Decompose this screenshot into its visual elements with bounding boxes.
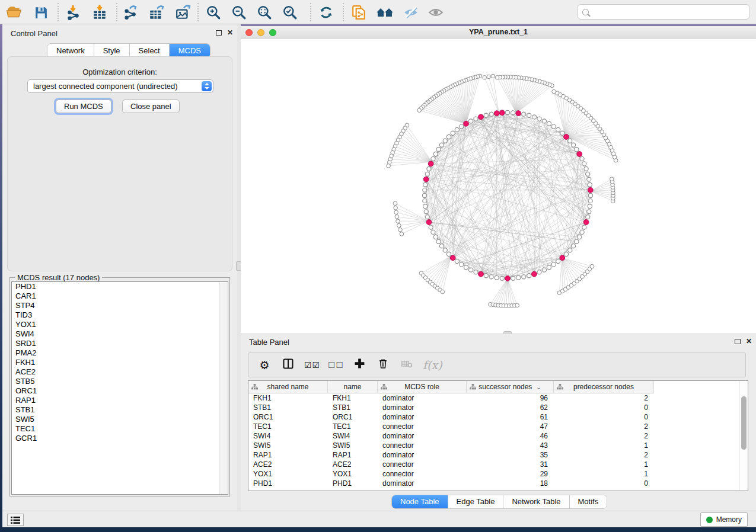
open-file-icon[interactable] [5, 4, 23, 21]
ring-node[interactable] [433, 152, 438, 156]
ring-node[interactable] [436, 239, 441, 243]
satellite-node[interactable] [495, 75, 499, 79]
satellite-node[interactable] [387, 164, 391, 168]
mcds-result-item[interactable]: ORC1 [12, 386, 228, 396]
table-row[interactable]: PHD1PHD1dominator180 [248, 479, 739, 488]
close-panel-button[interactable]: Close panel [122, 100, 180, 113]
import-table-icon[interactable] [91, 4, 109, 21]
close-panel-icon[interactable]: ✕ [227, 30, 233, 36]
ring-node[interactable] [468, 268, 473, 272]
task-history-button[interactable] [7, 514, 24, 526]
satellite-node[interactable] [394, 206, 398, 210]
mcds-hub-node[interactable] [577, 152, 582, 157]
mcds-hub-node[interactable] [516, 111, 521, 116]
satellite-node[interactable] [400, 232, 404, 236]
ring-node[interactable] [547, 265, 551, 270]
ring-node[interactable] [542, 119, 546, 123]
ring-node[interactable] [423, 199, 427, 203]
ring-node[interactable] [571, 244, 575, 248]
mcds-result-item[interactable]: PHD1 [12, 282, 228, 291]
mcds-hub-node[interactable] [532, 271, 537, 277]
ring-node[interactable] [580, 230, 584, 234]
ring-node[interactable] [564, 252, 568, 256]
ring-node[interactable] [560, 131, 564, 135]
ring-node[interactable] [451, 131, 455, 135]
ring-node[interactable] [433, 235, 438, 239]
run-mcds-button[interactable]: Run MCDS [56, 100, 111, 113]
satellite-node[interactable] [590, 264, 594, 268]
ring-node[interactable] [582, 162, 586, 166]
ring-node[interactable] [527, 274, 531, 278]
satellite-node[interactable] [483, 75, 487, 79]
ring-node[interactable] [587, 210, 591, 214]
first-neighbors-icon[interactable] [376, 4, 394, 21]
mcds-hub-node[interactable] [588, 187, 593, 193]
mcds-hub-node[interactable] [505, 276, 511, 281]
mcds-result-item[interactable]: GCR1 [12, 434, 228, 443]
mcds-hub-node[interactable] [450, 255, 455, 261]
ring-node[interactable] [542, 268, 546, 272]
table-row[interactable]: YOX1YOX1connector291 [248, 469, 739, 479]
column-header-predecessor-nodes[interactable]: predecessor nodes [554, 381, 654, 393]
add-column-icon[interactable] [352, 358, 367, 372]
mcds-result-item[interactable]: SWI5 [12, 415, 228, 424]
table-row[interactable]: ACE2ACE2connector311 [248, 460, 739, 469]
table-row[interactable]: TEC1TEC1connector472 [248, 422, 739, 431]
ring-node[interactable] [455, 127, 459, 132]
ring-node[interactable] [551, 262, 556, 267]
search-input[interactable] [592, 6, 749, 18]
network-window-titlebar[interactable]: YPA_prune.txt_1 [241, 26, 756, 39]
zoom-out-icon[interactable] [230, 4, 248, 21]
ring-node[interactable] [556, 127, 560, 132]
deselect-all-checkboxes-icon[interactable]: ☐☐ [328, 360, 343, 370]
save-icon[interactable] [32, 4, 50, 21]
table-row[interactable]: RAP1RAP1dominator352 [248, 450, 739, 460]
table-scrollbar[interactable] [739, 381, 748, 491]
mcds-result-item[interactable]: FKH1 [12, 358, 228, 367]
float-panel-icon[interactable] [216, 30, 222, 36]
ring-node[interactable] [443, 139, 447, 143]
ring-node[interactable] [446, 252, 451, 256]
ring-node[interactable] [484, 113, 488, 117]
mcds-hub-node[interactable] [428, 161, 433, 166]
table-row[interactable]: STB1STB1dominator620 [248, 403, 739, 412]
mcds-result-list[interactable]: PHD1CAR1STP4TID3YOX1SWI4SRD1PMA2FKH1ACE2… [11, 281, 228, 495]
hide-selected-icon[interactable] [402, 4, 420, 21]
ring-node[interactable] [460, 262, 464, 267]
ring-node[interactable] [571, 143, 575, 147]
ring-node[interactable] [439, 244, 444, 248]
show-all-icon[interactable] [427, 4, 445, 21]
satellite-node[interactable] [417, 108, 422, 113]
ring-node[interactable] [500, 276, 504, 280]
ring-node[interactable] [588, 193, 592, 197]
ring-node[interactable] [489, 275, 493, 279]
table-row[interactable]: ORC1ORC1dominator610 [248, 412, 739, 422]
ring-node[interactable] [460, 124, 464, 129]
ring-node[interactable] [474, 270, 478, 274]
mcds-result-item[interactable]: SWI4 [12, 329, 228, 339]
mcds-hub-node[interactable] [479, 271, 484, 277]
ring-node[interactable] [547, 121, 551, 126]
satellite-node[interactable] [397, 223, 401, 227]
ring-node[interactable] [423, 188, 427, 192]
column-header-name[interactable]: name [328, 381, 378, 393]
mcds-hub-node[interactable] [564, 134, 569, 140]
export-table-icon[interactable] [148, 4, 165, 21]
ring-node[interactable] [527, 113, 531, 117]
memory-button[interactable]: Memory [700, 512, 748, 527]
column-header-shared-name[interactable]: shared name [248, 381, 328, 393]
zoom-fit-icon[interactable] [256, 4, 273, 21]
satellite-node[interactable] [487, 75, 491, 79]
ring-node[interactable] [422, 193, 426, 197]
tab-network-table[interactable]: Network Table [503, 495, 569, 508]
ring-node[interactable] [588, 204, 592, 209]
tab-motifs[interactable]: Motifs [570, 495, 607, 508]
table-row[interactable]: SWI4SWI4dominator462 [248, 431, 739, 441]
ring-node[interactable] [511, 111, 515, 115]
ring-node[interactable] [423, 204, 428, 209]
ring-node[interactable] [522, 275, 526, 279]
ring-node[interactable] [516, 275, 521, 280]
satellite-node[interactable] [398, 228, 403, 232]
criterion-dropdown[interactable]: largest connected component (undirected) [27, 79, 213, 93]
search-box[interactable] [577, 4, 750, 20]
